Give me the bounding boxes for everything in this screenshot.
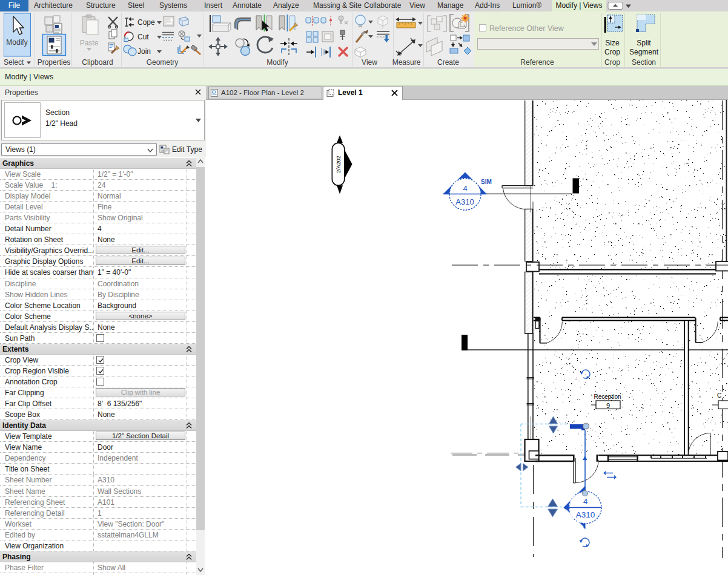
svg-text:Join: Join xyxy=(137,47,151,56)
svg-text:Crop: Crop xyxy=(604,58,620,67)
svg-text:Modify: Modify xyxy=(6,38,27,47)
svg-text:4: 4 xyxy=(583,497,587,506)
svg-text:C: C xyxy=(717,392,721,399)
svg-text:Reference: Reference xyxy=(520,58,554,67)
svg-text:Create: Create xyxy=(437,58,459,67)
svg-text:Measure: Measure xyxy=(392,58,421,67)
svg-text:Paste: Paste xyxy=(80,39,99,47)
svg-text:Crop: Crop xyxy=(604,48,620,56)
svg-text:Cope: Cope xyxy=(137,18,155,27)
svg-text:Select: Select xyxy=(4,58,24,67)
svg-text:Section: Section xyxy=(632,58,656,67)
svg-text:2/A202: 2/A202 xyxy=(336,156,342,173)
svg-text:SIM: SIM xyxy=(481,179,492,185)
svg-text:Segment: Segment xyxy=(629,48,659,56)
svg-text:Split: Split xyxy=(637,39,651,47)
svg-text:Reception: Reception xyxy=(594,393,621,400)
svg-text:Reference Other View: Reference Other View xyxy=(489,24,564,33)
svg-text:9: 9 xyxy=(606,402,610,409)
svg-text:A310: A310 xyxy=(455,197,474,206)
svg-text:Cut: Cut xyxy=(137,33,149,41)
svg-text:Properties: Properties xyxy=(38,58,71,67)
svg-text:Clipboard: Clipboard xyxy=(82,58,113,67)
svg-text:4: 4 xyxy=(463,184,467,193)
svg-text:Size: Size xyxy=(605,39,620,47)
svg-text:Geometry: Geometry xyxy=(147,58,179,67)
svg-text:View: View xyxy=(362,58,377,67)
svg-text:Modify: Modify xyxy=(266,58,288,67)
svg-text:A310: A310 xyxy=(576,510,595,519)
